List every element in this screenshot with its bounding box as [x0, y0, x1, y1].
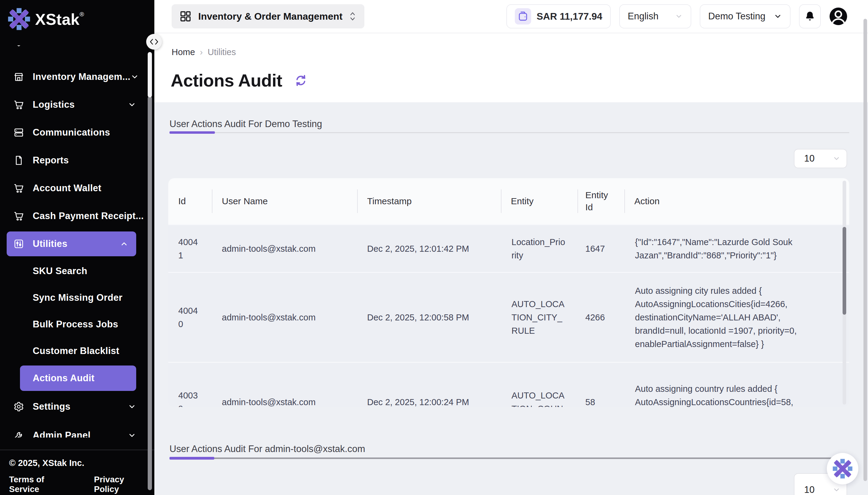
- sidebar-item-sync-missing-order[interactable]: Sync Missing Order: [0, 285, 147, 311]
- cart-icon: [13, 99, 24, 110]
- sidebar-item-admin-panel[interactable]: Admin Panel: [0, 421, 147, 438]
- refresh-icon[interactable]: [293, 73, 308, 88]
- account-select[interactable]: Demo Testing: [700, 4, 790, 29]
- sidebar-scrollbar-track[interactable]: [148, 96, 152, 490]
- sidebar-item-label: Utilities: [33, 238, 68, 249]
- sidebar-item-label: Cash Payment Receipt...: [33, 210, 144, 221]
- cell-id: 40039: [168, 389, 212, 407]
- breadcrumb-separator: ›: [200, 47, 203, 57]
- tab-user-actions-admin-tools[interactable]: User Actions Audit For admin-tools@xstak…: [169, 444, 365, 455]
- chevron-down-icon: [675, 12, 683, 20]
- terms-link[interactable]: Terms of Service: [9, 475, 68, 494]
- table-row[interactable]: 40041 admin-tools@xstak.com Dec 2, 2025,…: [168, 224, 849, 272]
- column-header-id[interactable]: Id: [168, 195, 212, 207]
- page-scrollbar-thumb[interactable]: [864, 19, 867, 481]
- sidebar-collapse-button[interactable]: [146, 34, 162, 50]
- breadcrumb-home[interactable]: Home: [172, 47, 195, 57]
- chevron-down-icon: [128, 403, 136, 411]
- brand-logo: XStak®: [8, 7, 84, 31]
- sidebar: XStak® Orders Inventory Managem... Logis…: [0, 0, 154, 495]
- table-scrollbar-thumb[interactable]: [843, 227, 846, 315]
- app-viewport: XStak® Orders Inventory Managem... Logis…: [0, 0, 868, 495]
- chevron-down-icon: [128, 100, 136, 109]
- page-size-value: 10: [804, 153, 814, 164]
- sidebar-item-account-wallet[interactable]: Account Wallet: [0, 174, 147, 202]
- tab-user-actions-demo-testing[interactable]: User Actions Audit For Demo Testing: [169, 119, 322, 130]
- sidebar-item-settings[interactable]: Settings: [0, 392, 147, 421]
- topbar-controls: SAR 11,177.94 English Demo Testing: [506, 4, 847, 29]
- column-header-entity-id[interactable]: Entity Id: [577, 189, 624, 213]
- sidebar-item-label: Customer Blacklist: [33, 345, 119, 356]
- cell-timestamp: Dec 2, 2025, 12:00:24 PM: [357, 395, 501, 407]
- app-switcher-label: Inventory & Order Management: [198, 11, 343, 22]
- sidebar-item-cash-payment-receipt[interactable]: Cash Payment Receipt...: [0, 202, 147, 230]
- main-area: Inventory & Order Management SAR 11,177.…: [154, 0, 868, 495]
- language-value: English: [628, 11, 659, 22]
- cell-entity: Location_Priority: [501, 235, 577, 262]
- active-tab-indicator: [169, 457, 214, 460]
- app-switcher[interactable]: Inventory & Order Management: [172, 4, 364, 29]
- sidebar-nav: Orders Inventory Managem... Logistics Co…: [0, 45, 147, 438]
- cell-user: admin-tools@xstak.com: [212, 242, 357, 255]
- brand-name: XStak®: [35, 10, 84, 29]
- document-icon: [13, 155, 24, 166]
- cell-timestamp: Dec 2, 2025, 12:00:58 PM: [357, 311, 501, 324]
- cell-user: admin-tools@xstak.com: [212, 395, 357, 407]
- sidebar-item-logistics[interactable]: Logistics: [0, 91, 147, 119]
- sidebar-item-sku-search[interactable]: SKU Search: [0, 258, 147, 285]
- cart-icon: [13, 183, 24, 194]
- top-header: Inventory & Order Management SAR 11,177.…: [154, 0, 868, 33]
- cell-id: 40040: [168, 304, 212, 331]
- sidebar-item-label: Settings: [33, 401, 70, 412]
- grid-apps-icon: [180, 10, 191, 22]
- sidebar-item-utilities[interactable]: Utilities: [7, 232, 136, 256]
- column-header-timestamp[interactable]: Timestamp: [357, 195, 501, 207]
- wallet-balance[interactable]: SAR 11,177.94: [506, 4, 611, 29]
- sidebar-item-inventory-management[interactable]: Inventory Managem...: [0, 63, 147, 91]
- user-avatar[interactable]: [829, 7, 847, 25]
- column-header-entity[interactable]: Entity: [501, 195, 577, 207]
- cart-icon: [13, 210, 24, 221]
- sidebar-item-label: Account Wallet: [33, 183, 101, 194]
- cell-entity-id: 4266: [577, 311, 624, 324]
- cell-entity: AUTO_LOCATION_CITY_RULE: [501, 297, 577, 337]
- sidebar-item-customer-blacklist[interactable]: Customer Blacklist: [0, 338, 147, 364]
- column-header-user-name[interactable]: User Name: [212, 195, 357, 207]
- page-size-value: 10: [804, 484, 814, 495]
- sidebar-item-label: Bulk Process Jobs: [33, 319, 118, 330]
- sidebar-item-label: SKU Search: [33, 266, 87, 276]
- sidebar-item-label: Communications: [33, 127, 110, 138]
- active-tab-indicator: [169, 131, 215, 134]
- cell-action: Auto assigning city rules added { AutoAs…: [624, 284, 849, 351]
- xstak-flower-icon: [8, 7, 30, 31]
- sidebar-item-actions-audit[interactable]: Actions Audit: [20, 365, 136, 391]
- notifications-button[interactable]: [799, 4, 821, 29]
- sidebar-item-communications[interactable]: Communications: [0, 119, 147, 147]
- page-title: Actions Audit: [171, 70, 282, 90]
- sidebar-item-orders[interactable]: Orders: [0, 45, 147, 56]
- sidebar-item-bulk-process-jobs[interactable]: Bulk Process Jobs: [0, 311, 147, 338]
- loading-spinner: [827, 453, 858, 484]
- wrench-icon: [13, 430, 24, 438]
- sidebar-item-label: Orders: [33, 45, 64, 47]
- bell-icon: [804, 11, 816, 22]
- gear-icon: [13, 401, 24, 412]
- cell-user: admin-tools@xstak.com: [212, 311, 357, 324]
- sidebar-scrollbar-thumb[interactable]: [148, 52, 152, 98]
- account-value: Demo Testing: [708, 11, 765, 22]
- breadcrumb-current[interactable]: Utilities: [208, 47, 236, 57]
- sidebar-item-label: Inventory Managem...: [33, 71, 131, 82]
- table-row[interactable]: 40040 admin-tools@xstak.com Dec 2, 2025,…: [168, 272, 849, 362]
- privacy-link[interactable]: Privacy Policy: [94, 475, 144, 494]
- column-header-action[interactable]: Action: [624, 195, 849, 207]
- sidebar-item-label: Logistics: [33, 99, 75, 110]
- copyright: © 2025, XStak Inc.: [9, 458, 143, 468]
- storefront-icon: [13, 71, 24, 82]
- chevron-down-icon: [131, 73, 139, 81]
- collapse-chevrons-icon: [150, 38, 158, 45]
- page-size-select[interactable]: 10: [794, 149, 847, 168]
- language-select[interactable]: English: [619, 4, 691, 29]
- sidebar-item-reports[interactable]: Reports: [0, 147, 147, 174]
- table-row[interactable]: 40039 admin-tools@xstak.com Dec 2, 2025,…: [168, 362, 849, 407]
- chevron-down-icon: [128, 431, 136, 438]
